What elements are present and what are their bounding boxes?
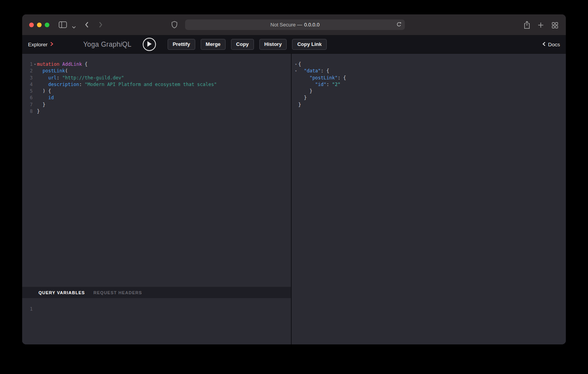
fold-spacer (33, 108, 37, 115)
code-line: "id": "2" (292, 81, 566, 88)
code-text: { (298, 61, 301, 68)
code-line: 3 url: "http://the-guild.dev" (22, 75, 291, 81)
line-number: 3 (25, 75, 33, 81)
execute-query-button[interactable] (143, 38, 156, 51)
fold-spacer (33, 102, 37, 108)
fold-spacer (33, 306, 37, 313)
prettify-button[interactable]: Prettify (168, 39, 195, 50)
title-post: QL (122, 40, 131, 49)
line-number: 4 (25, 81, 33, 88)
line-number: 2 (25, 68, 33, 74)
address-bar[interactable]: Not Secure — 0.0.0.0 (185, 19, 405, 30)
line-number: 1 (25, 306, 33, 313)
code-text: id (37, 95, 54, 101)
copy-button[interactable]: Copy (231, 39, 254, 50)
code-text: postLink( (37, 68, 68, 74)
graphiql-toolbar: Explorer Yoga GraphiQL Prettify Merge Co… (22, 35, 566, 54)
code-line: 6 id (22, 95, 291, 101)
fold-spacer (294, 75, 298, 81)
share-button[interactable] (523, 21, 530, 30)
tab-overview-button[interactable] (552, 22, 558, 30)
docs-toggle[interactable]: Docs (542, 35, 560, 54)
sidebar-toggle-button[interactable] (59, 21, 67, 29)
fold-spacer (33, 68, 37, 74)
line-number: 5 (25, 88, 33, 95)
new-tab-button[interactable] (538, 22, 544, 29)
code-text: "postLink": { (298, 75, 346, 81)
shield-icon (172, 21, 177, 30)
history-button[interactable]: History (259, 39, 287, 50)
code-line: } (292, 102, 566, 108)
code-line: 5 ) { (22, 88, 291, 95)
fold-spacer (294, 81, 298, 88)
back-button[interactable] (85, 21, 89, 29)
merge-button[interactable]: Merge (201, 39, 226, 50)
code-text: ) { (37, 88, 51, 95)
fold-marker-icon[interactable]: ▾ (33, 61, 37, 68)
code-line: ▾ "data": { (292, 68, 566, 74)
fold-spacer (33, 95, 37, 101)
explorer-toggle[interactable]: Explorer (28, 35, 53, 54)
share-icon (523, 21, 530, 30)
security-label: Not Secure — (270, 22, 302, 28)
code-text: } (298, 102, 301, 108)
screen: Not Secure — 0.0.0.0 (0, 0, 588, 374)
fold-spacer (33, 88, 37, 95)
tab-request-headers[interactable]: REQUEST HEADERS (93, 290, 142, 295)
explorer-label: Explorer (28, 42, 47, 47)
response-viewer: ▾{▾ "data": { "postLink": { "id": "2" } … (292, 54, 566, 344)
reload-button[interactable] (396, 22, 402, 28)
code-line: } (292, 88, 566, 95)
privacy-report-button[interactable] (172, 21, 177, 30)
line-number: 8 (25, 108, 33, 115)
forward-button[interactable] (98, 21, 103, 29)
code-line: } (292, 95, 566, 101)
code-line: 2 postLink( (22, 68, 291, 74)
query-pane: 1▾mutation AddLink {2 postLink(3 url: "h… (22, 54, 291, 344)
fold-spacer (294, 102, 298, 108)
query-editor[interactable]: 1▾mutation AddLink {2 postLink(3 url: "h… (22, 54, 291, 287)
title-pre: Yoga Graph (83, 40, 121, 49)
code-text: "data": { (298, 68, 329, 74)
fold-spacer (294, 88, 298, 95)
code-text: } (298, 95, 307, 101)
chevron-left-icon (542, 42, 546, 47)
code-text: description: "Modern API Platform and ec… (37, 81, 217, 88)
fold-spacer (33, 81, 37, 88)
variables-editor[interactable]: 1 (22, 298, 291, 344)
code-text: } (37, 108, 40, 115)
chevron-right-icon (98, 21, 103, 29)
copy-link-button[interactable]: Copy Link (292, 39, 327, 50)
graphiql-content: 1▾mutation AddLink {2 postLink(3 url: "h… (22, 54, 566, 344)
toolbar-buttons: Prettify Merge Copy History Copy Link (168, 35, 327, 54)
close-window-button[interactable] (29, 23, 34, 27)
reload-icon (396, 22, 402, 28)
code-line: 1 (22, 306, 291, 313)
fold-marker-icon[interactable]: ▾ (294, 68, 298, 74)
code-text: url: "http://the-guild.dev" (37, 75, 124, 81)
play-icon (147, 41, 152, 48)
code-line: 4 description: "Modern API Platform and … (22, 81, 291, 88)
fold-marker-icon[interactable]: ▾ (294, 61, 298, 68)
code-text: } (37, 102, 46, 108)
docs-label: Docs (548, 42, 560, 47)
fold-spacer (294, 95, 298, 101)
line-number: 7 (25, 102, 33, 108)
chevron-right-icon (50, 42, 53, 47)
zoom-window-button[interactable] (45, 23, 49, 27)
code-line: 8} (22, 108, 291, 115)
browser-chrome: Not Secure — 0.0.0.0 (22, 14, 566, 35)
minimize-window-button[interactable] (37, 23, 42, 27)
tab-group-dropdown-button[interactable] (72, 24, 76, 30)
code-line: ▾{ (292, 61, 566, 68)
url-text: 0.0.0.0 (304, 22, 320, 28)
app-title: Yoga GraphiQL (83, 35, 131, 54)
code-text: mutation AddLink { (37, 61, 88, 68)
chevron-left-icon (85, 21, 89, 29)
grid-icon (552, 22, 558, 30)
code-line: 7 } (22, 102, 291, 108)
line-number: 1 (25, 61, 33, 68)
sidebar-icon (59, 21, 67, 29)
line-number: 6 (25, 95, 33, 101)
tab-query-variables[interactable]: QUERY VARIABLES (38, 290, 85, 295)
